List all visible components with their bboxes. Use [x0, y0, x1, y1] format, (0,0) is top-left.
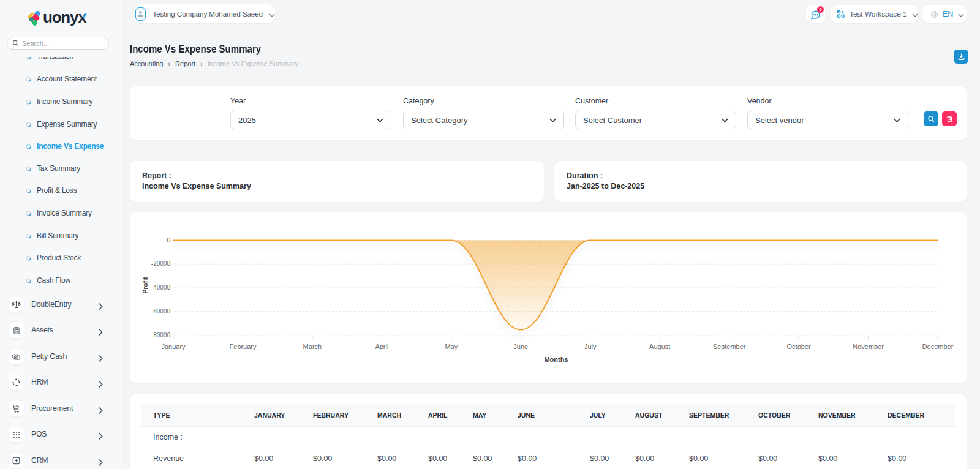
svg-text:June: June [513, 343, 528, 350]
svg-text:April: April [375, 343, 388, 350]
svg-text:-80000: -80000 [151, 332, 171, 339]
svg-text:Profit: Profit [141, 277, 149, 294]
svg-text:September: September [713, 343, 746, 350]
svg-text:0: 0 [167, 237, 170, 244]
svg-text:uonyx: uonyx [43, 8, 87, 26]
svg-text:July: July [584, 343, 597, 350]
svg-text:March: March [303, 343, 322, 350]
svg-text:-40000: -40000 [151, 284, 171, 291]
svg-text:January: January [161, 343, 186, 350]
svg-text:February: February [229, 343, 257, 350]
svg-text:Months: Months [544, 356, 568, 363]
svg-text:October: October [787, 343, 811, 350]
svg-text:August: August [649, 343, 670, 350]
svg-text:November: November [853, 343, 884, 350]
svg-text:-60000: -60000 [151, 308, 171, 315]
svg-text:-20000: -20000 [151, 260, 171, 267]
svg-text:December: December [922, 343, 954, 350]
svg-text:May: May [445, 343, 458, 350]
